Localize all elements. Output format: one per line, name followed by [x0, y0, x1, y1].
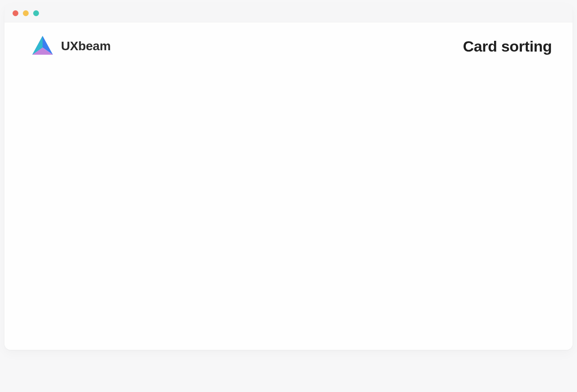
window-minimize-button[interactable] — [23, 10, 29, 16]
window-close-button[interactable] — [13, 10, 18, 16]
brand-name: UXbeam — [61, 39, 111, 53]
brand: UXbeam — [30, 34, 111, 58]
app-window: UXbeam Card sorting — [4, 4, 573, 350]
content-area: UXbeam Card sorting — [4, 22, 573, 350]
header-row: UXbeam Card sorting — [30, 34, 552, 58]
window-maximize-button[interactable] — [33, 10, 39, 16]
brand-logo-icon — [30, 34, 56, 58]
page-title: Card sorting — [463, 38, 552, 55]
titlebar — [4, 4, 573, 22]
